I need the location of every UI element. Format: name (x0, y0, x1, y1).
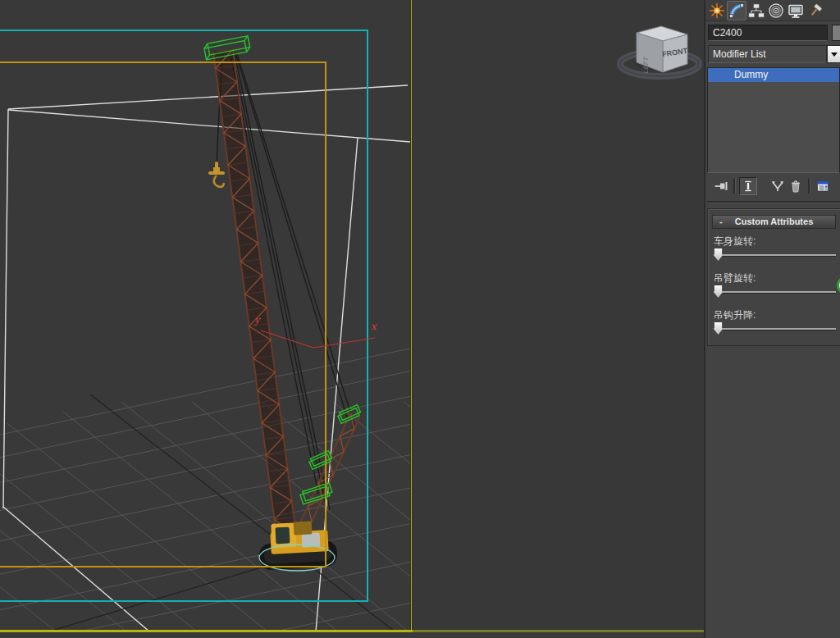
modifier-list-dropdown[interactable]: Modifier List (708, 45, 827, 63)
green-knob-partial[interactable] (837, 276, 840, 294)
viewport-perspective[interactable]: y x (0, 0, 410, 631)
modifier-stack-list[interactable]: Dummy (707, 67, 840, 173)
slider-thumb[interactable] (714, 322, 723, 335)
object-name-input[interactable] (708, 25, 828, 41)
pin-stack-button[interactable] (712, 177, 730, 195)
tab-hierarchy[interactable] (746, 1, 766, 21)
slider-track[interactable] (714, 254, 836, 257)
tab-utilities[interactable] (806, 1, 825, 21)
slider-thumb[interactable] (714, 285, 723, 298)
attr-label-body-rotation: 车身旋转: (714, 235, 756, 248)
toolbar-separator (733, 179, 736, 194)
gizmo-x-label: x (371, 321, 377, 332)
make-unique-icon (770, 179, 785, 194)
slider-track[interactable] (714, 328, 836, 330)
ground-grid (0, 349, 410, 631)
rollout-title: Custom Attributes (735, 216, 814, 226)
utilities-icon (807, 2, 824, 19)
crane-jib-lattice (298, 413, 360, 534)
attr-label-hook-lift: 吊钩升降: (714, 308, 756, 322)
slider-track[interactable] (714, 291, 836, 294)
slider-boom-rotation[interactable] (714, 285, 836, 298)
tab-motion[interactable] (766, 1, 786, 21)
display-icon (788, 2, 804, 19)
rollout-collapse-indicator[interactable]: - (719, 216, 729, 228)
tab-display[interactable] (786, 1, 806, 21)
white-wireframe-box (3, 85, 410, 631)
rectangle-shape-outline[interactable] (0, 30, 368, 601)
motion-icon (768, 2, 784, 19)
rollout-header[interactable]: - Custom Attributes (712, 215, 836, 229)
show-end-result-icon (741, 179, 756, 194)
make-unique-button[interactable] (769, 177, 787, 195)
panel-divider (707, 201, 840, 203)
configure-modifier-sets-icon (815, 179, 830, 194)
custom-attributes-rollout: - Custom Attributes 车身旋转: 吊臂旋转: 吊钩升降: (707, 208, 840, 346)
show-end-result-button[interactable] (739, 177, 757, 195)
status-strip (0, 632, 704, 638)
slider-thumb[interactable] (714, 248, 723, 261)
viewport-front[interactable]: FRONT LEFT (413, 0, 704, 631)
toolbar-separator (808, 179, 810, 194)
application-window: y x FRONT LEFT (0, 0, 840, 638)
object-color-swatch[interactable] (832, 25, 840, 41)
stack-item-dummy[interactable]: Dummy (708, 68, 839, 82)
remove-modifier-trash-icon (788, 179, 803, 194)
command-panel: Modifier List Dummy (704, 0, 840, 638)
command-panel-tabs (705, 0, 840, 21)
pin-stack-icon (714, 179, 728, 194)
configure-modifier-sets-button[interactable] (814, 177, 832, 195)
transform-gizmo[interactable]: y x (253, 314, 377, 348)
slider-body-rotation[interactable] (714, 248, 836, 262)
tab-modify[interactable] (727, 1, 746, 21)
tab-create[interactable] (707, 1, 727, 21)
attr-label-boom-rotation: 吊臂旋转: (714, 271, 756, 285)
modifier-list-arrow-button[interactable] (827, 45, 840, 63)
viewport-divider[interactable] (410, 0, 413, 632)
create-icon (709, 2, 725, 19)
slider-hook-lift[interactable] (714, 322, 836, 335)
viewport-scene: y x (0, 0, 410, 631)
viewcube[interactable]: FRONT LEFT (614, 10, 704, 100)
remove-modifier-button[interactable] (787, 177, 805, 195)
chevron-down-icon (831, 52, 838, 57)
viewcube-left-label[interactable]: LEFT (642, 56, 650, 74)
crane-hook (210, 163, 224, 187)
stack-toolbar (705, 175, 840, 198)
hierarchy-icon (748, 2, 765, 19)
modify-icon (728, 2, 745, 19)
